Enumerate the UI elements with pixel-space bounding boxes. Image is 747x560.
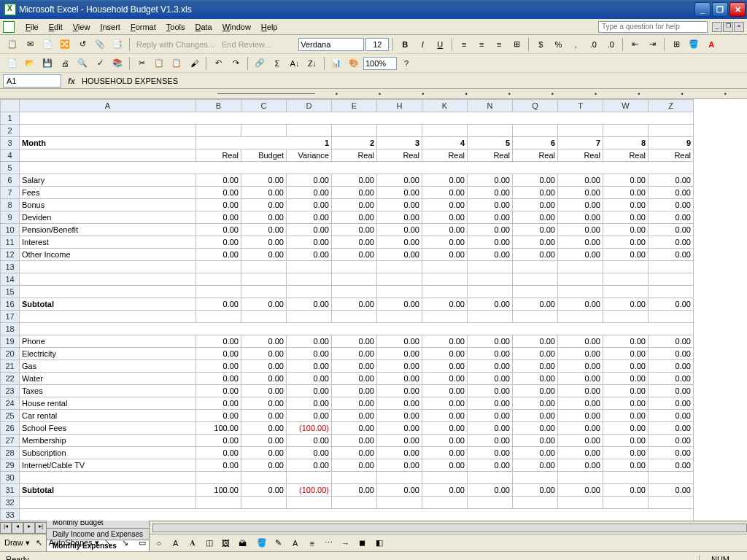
data-cell[interactable]: 0.00: [513, 187, 558, 199]
open-button[interactable]: 📂: [22, 55, 38, 71]
autoshapes-menu[interactable]: AutoShapes ▾: [49, 538, 99, 548]
save-button[interactable]: 💾: [39, 55, 55, 71]
cell[interactable]: Real: [422, 149, 468, 162]
tab-last-button[interactable]: ▸|: [35, 522, 47, 534]
data-cell[interactable]: 0.00: [558, 360, 603, 373]
data-cell[interactable]: 0.00: [649, 348, 694, 360]
data-cell[interactable]: 0.00: [649, 459, 694, 472]
data-cell[interactable]: 0.00: [513, 211, 558, 224]
data-cell[interactable]: 0.00: [558, 373, 603, 385]
data-cell[interactable]: 0.00: [558, 335, 603, 348]
draw-menu[interactable]: Draw ▾: [4, 538, 30, 548]
help-search-input[interactable]: [598, 21, 708, 33]
data-cell[interactable]: 0.00: [468, 397, 513, 410]
line-style-icon[interactable]: ≡: [305, 536, 320, 551]
cell[interactable]: [468, 497, 513, 509]
subtotal-cell[interactable]: 0.00: [558, 484, 603, 497]
subtotal-cell[interactable]: 0.00: [649, 298, 694, 311]
cell[interactable]: [196, 125, 241, 137]
data-cell[interactable]: 0.00: [468, 385, 513, 397]
cell[interactable]: [649, 311, 694, 323]
cell[interactable]: [513, 273, 558, 286]
data-cell[interactable]: 0.00: [558, 435, 603, 447]
data-cell[interactable]: 0.00: [603, 459, 649, 472]
row-label[interactable]: Phone: [20, 335, 196, 348]
data-cell[interactable]: 0.00: [649, 410, 694, 422]
data-cell[interactable]: 0.00: [332, 211, 377, 224]
data-cell[interactable]: 0.00: [649, 435, 694, 447]
subtotal-cell[interactable]: 0.00: [196, 298, 241, 311]
data-cell[interactable]: 0.00: [468, 447, 513, 459]
row-header[interactable]: 19: [1, 335, 20, 348]
row-label[interactable]: Salary: [20, 174, 196, 187]
data-cell[interactable]: 0.00: [287, 410, 332, 422]
cell[interactable]: [377, 472, 422, 484]
data-cell[interactable]: 0.00: [332, 422, 377, 435]
row-header[interactable]: 12: [1, 249, 20, 261]
subtotal-cell[interactable]: 0.00: [513, 298, 558, 311]
cell[interactable]: [332, 125, 377, 137]
tool-icon[interactable]: 📑: [109, 36, 125, 52]
cell[interactable]: [287, 497, 332, 509]
subtotal-cell[interactable]: 0.00: [649, 484, 694, 497]
data-cell[interactable]: 100.00: [196, 422, 241, 435]
row-header[interactable]: 8: [1, 199, 20, 211]
cell[interactable]: [558, 311, 603, 323]
data-cell[interactable]: 0.00: [196, 435, 241, 447]
data-cell[interactable]: 0.00: [332, 335, 377, 348]
row-header[interactable]: 32: [1, 497, 20, 509]
tool-icon[interactable]: 📄: [39, 36, 55, 52]
doc-close-button[interactable]: ×: [734, 22, 744, 32]
select-icon[interactable]: ↖: [32, 536, 47, 551]
row-header[interactable]: 27: [1, 435, 20, 447]
rectangle-icon[interactable]: ▭: [135, 536, 150, 551]
cell[interactable]: Variance: [287, 149, 332, 162]
column-header[interactable]: Z: [649, 100, 694, 112]
cell[interactable]: [241, 311, 287, 323]
data-cell[interactable]: 0.00: [558, 249, 603, 261]
cell[interactable]: [649, 497, 694, 509]
menu-window[interactable]: Window: [217, 21, 256, 33]
menu-help[interactable]: Help: [256, 21, 283, 33]
data-cell[interactable]: 0.00: [603, 397, 649, 410]
data-cell[interactable]: 0.00: [513, 199, 558, 211]
format-painter-button[interactable]: 🖌: [186, 55, 202, 71]
data-cell[interactable]: 0.00: [332, 249, 377, 261]
data-cell[interactable]: 0.00: [196, 199, 241, 211]
cell[interactable]: 7: [558, 137, 603, 149]
subtotal-cell[interactable]: 0.00: [332, 484, 377, 497]
data-cell[interactable]: 0.00: [422, 211, 468, 224]
data-cell[interactable]: 0.00: [558, 236, 603, 249]
data-cell[interactable]: 0.00: [603, 360, 649, 373]
sort-desc-button[interactable]: Z↓: [304, 55, 320, 71]
data-cell[interactable]: 0.00: [603, 435, 649, 447]
data-cell[interactable]: 0.00: [649, 385, 694, 397]
picture-icon[interactable]: 🏔: [236, 536, 250, 551]
cell[interactable]: [603, 261, 649, 273]
data-cell[interactable]: 0.00: [332, 397, 377, 410]
underline-button[interactable]: U: [432, 36, 448, 52]
row-header[interactable]: 18: [1, 323, 20, 335]
cell[interactable]: [649, 273, 694, 286]
research-button[interactable]: 📚: [109, 55, 125, 71]
cell[interactable]: [332, 311, 377, 323]
data-cell[interactable]: 0.00: [287, 373, 332, 385]
data-cell[interactable]: 0.00: [241, 435, 287, 447]
cell[interactable]: [603, 311, 649, 323]
wordart-icon[interactable]: 𝐀: [185, 536, 200, 551]
data-cell[interactable]: 0.00: [422, 422, 468, 435]
cell[interactable]: [649, 286, 694, 298]
row-header[interactable]: 20: [1, 348, 20, 360]
cell[interactable]: [241, 273, 287, 286]
name-box[interactable]: A1: [3, 74, 61, 88]
cell[interactable]: [20, 286, 196, 298]
row-label[interactable]: Pension/Benefit: [20, 224, 196, 236]
plus-icon[interactable]: •: [488, 90, 531, 98]
cell[interactable]: [377, 286, 422, 298]
data-cell[interactable]: 0.00: [241, 199, 287, 211]
comma-button[interactable]: ,: [568, 36, 584, 52]
row-label[interactable]: Car rental: [20, 410, 196, 422]
cell[interactable]: [422, 311, 468, 323]
row-header[interactable]: 2: [1, 125, 20, 137]
row-header[interactable]: 30: [1, 472, 20, 484]
